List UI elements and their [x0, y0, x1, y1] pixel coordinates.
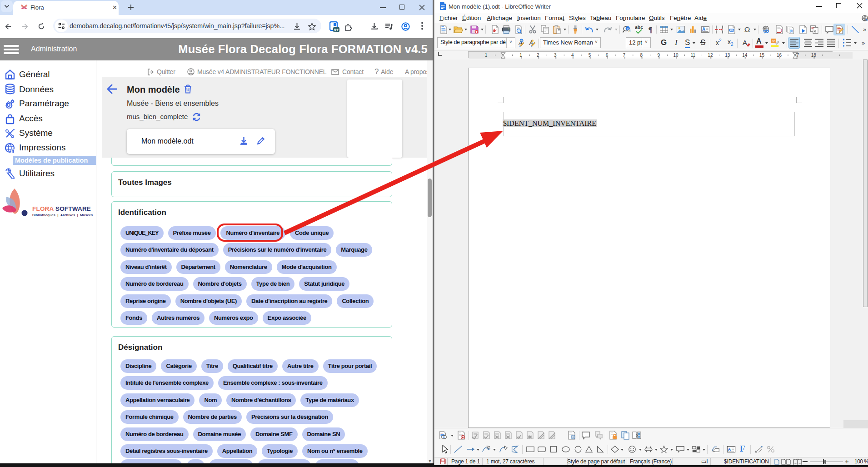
svg-text:5: 5	[589, 53, 591, 58]
svg-text:11: 11	[691, 53, 696, 58]
svg-text:7: 7	[623, 53, 626, 58]
svg-text:2: 2	[537, 53, 539, 58]
svg-text:A: A	[743, 39, 747, 46]
svg-text:A: A	[702, 27, 705, 32]
svg-text:10: 10	[673, 53, 679, 58]
svg-text:8: 8	[640, 53, 643, 58]
svg-text:3: 3	[554, 53, 557, 58]
svg-text:6: 6	[606, 53, 609, 58]
svg-text:18: 18	[811, 53, 817, 58]
svg-text:1: 1	[780, 28, 783, 33]
svg-text:9: 9	[657, 53, 660, 58]
svg-text:9+: 9+	[334, 28, 339, 32]
svg-text:16: 16	[777, 53, 782, 58]
svg-text:(i): (i)	[790, 29, 793, 33]
svg-text:15: 15	[759, 53, 765, 58]
svg-text:1: 1	[485, 53, 488, 58]
svg-text:Ω: Ω	[744, 25, 750, 34]
svg-text:4: 4	[571, 53, 574, 58]
svg-text:12: 12	[708, 53, 713, 58]
svg-text:14: 14	[742, 53, 748, 58]
svg-text:13: 13	[725, 53, 730, 58]
svg-text:abc: abc	[635, 25, 643, 30]
svg-text:¶: ¶	[649, 25, 652, 34]
svg-text:1: 1	[519, 53, 522, 58]
svg-text:d: d	[629, 29, 630, 33]
svg-text:ab: ab	[772, 39, 775, 43]
